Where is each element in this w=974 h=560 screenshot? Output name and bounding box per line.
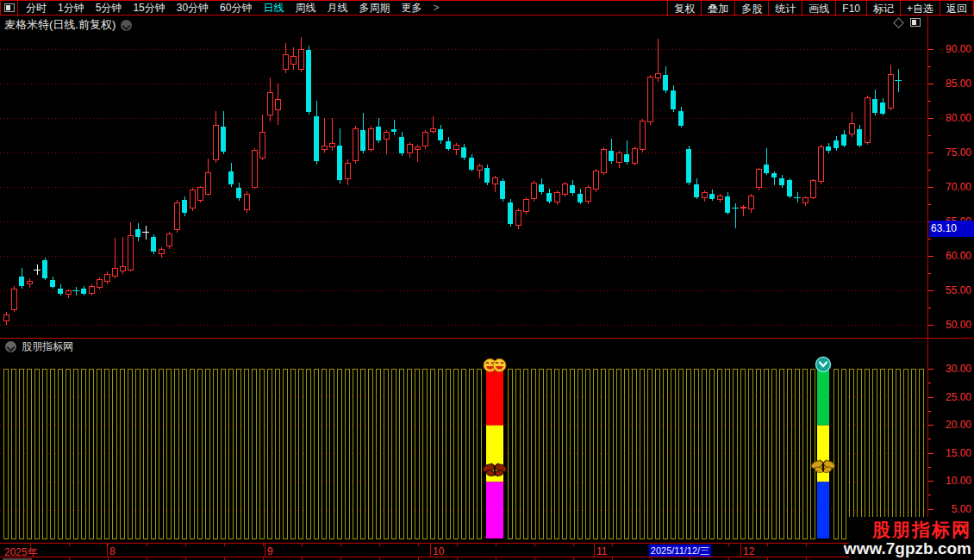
indicator-axis-label: 25.00 — [946, 392, 971, 402]
period-tab-月线[interactable]: 月线 — [327, 1, 347, 16]
toolbar-button-统计[interactable]: 统计 — [768, 1, 802, 16]
axis-tick — [928, 273, 931, 274]
toolbar-button-返回[interactable]: 返回 — [940, 1, 974, 16]
indicator-chart[interactable] — [0, 355, 927, 543]
minor-tick — [767, 544, 768, 546]
axis-tick — [928, 439, 931, 439]
indicator-panel-title: 股朋指标网 — [22, 339, 73, 354]
minor-tick — [302, 544, 303, 546]
time-axis-label: 9 — [267, 545, 273, 557]
period-tab-周线[interactable]: 周线 — [295, 1, 315, 16]
watermark-url: www.7gpzb.com — [844, 539, 971, 558]
indicator-axis-label: 15.00 — [946, 448, 971, 458]
price-axis-label: 90.00 — [946, 44, 971, 54]
axis-tick — [928, 383, 931, 383]
price-axis-label: 60.00 — [946, 251, 971, 261]
split-window-icon — [4, 3, 15, 12]
toolbar-button-叠加[interactable]: 叠加 — [701, 1, 734, 16]
indicator-axis-label: 5.00 — [952, 504, 971, 514]
axis-tick — [928, 411, 931, 412]
axis-tick — [928, 325, 933, 326]
toolbar-button-F10[interactable]: F10 — [835, 1, 866, 16]
period-tab-1分钟[interactable]: 1分钟 — [58, 1, 84, 16]
axis-tick — [928, 467, 931, 468]
month-divider — [430, 544, 431, 557]
title-row-icons — [895, 18, 921, 27]
price-axis-label: 50.00 — [946, 320, 971, 330]
axis-tick — [928, 239, 931, 240]
minor-tick — [418, 544, 419, 546]
watermark: 股朋指标网 www.7gpzb.com — [849, 517, 974, 560]
axis-tick — [928, 101, 931, 102]
axis-tick — [928, 135, 931, 136]
period-tab-分时[interactable]: 分时 — [26, 1, 47, 16]
more-arrow-icon[interactable]: > — [433, 2, 439, 14]
price-axis-label: 70.00 — [946, 182, 971, 192]
indicator-axis-label: 20.00 — [946, 420, 971, 430]
period-tab-日线[interactable]: 日线 — [263, 1, 284, 16]
chevron-down-icon[interactable] — [5, 341, 16, 352]
minor-tick — [573, 544, 574, 546]
period-tab-30分钟[interactable]: 30分钟 — [177, 1, 209, 16]
split-window-icon[interactable] — [910, 18, 921, 27]
main-chart-svg — [0, 34, 927, 338]
axis-tick — [928, 66, 931, 67]
axis-tick — [928, 49, 933, 50]
main-candlestick-chart[interactable] — [0, 34, 927, 338]
axis-tick — [928, 170, 931, 171]
indicator-panel-header[interactable]: 股朋指标网 — [0, 339, 73, 354]
diamond-icon[interactable] — [893, 17, 904, 28]
toolbar-button-标记[interactable]: 标记 — [866, 1, 900, 16]
toolbar-button-画线[interactable]: 画线 — [802, 1, 835, 16]
price-axis-label: 55.00 — [946, 285, 971, 296]
minor-tick — [612, 544, 613, 546]
minor-tick — [534, 544, 535, 546]
chevron-down-icon[interactable] — [121, 20, 132, 31]
minor-tick — [147, 544, 147, 546]
period-tab-5分钟[interactable]: 5分钟 — [96, 1, 122, 16]
minor-tick — [340, 544, 341, 546]
time-axis-label: 11 — [596, 545, 607, 557]
period-tab-更多[interactable]: 更多 — [401, 1, 421, 16]
time-axis-label: 10 — [433, 545, 444, 557]
price-axis-label: 85.00 — [946, 78, 971, 89]
panel-separator — [0, 338, 974, 339]
price-axis-label: 80.00 — [946, 113, 971, 123]
toolbar-button-多股[interactable]: 多股 — [734, 1, 768, 16]
price-axis-label: 75.00 — [946, 147, 971, 158]
axis-tick — [928, 397, 933, 398]
minor-tick — [69, 544, 70, 546]
month-divider — [740, 544, 741, 557]
indicator-svg — [0, 355, 927, 543]
teal-chevron-icon — [816, 358, 831, 372]
axis-tick — [928, 256, 933, 257]
chart-title-row[interactable]: 麦格米特(日线.前复权) — [0, 16, 927, 34]
minor-tick — [379, 544, 380, 546]
minor-tick — [30, 544, 31, 546]
indicator-axis-label: 30.00 — [946, 364, 971, 374]
period-tab-15分钟[interactable]: 15分钟 — [133, 1, 165, 16]
selected-date-badge: 2025/11/12/三 — [649, 544, 711, 557]
period-tab-多周期[interactable]: 多周期 — [359, 1, 390, 16]
toolbar-button-复权[interactable]: 复权 — [667, 1, 701, 16]
toolbar-actions: 复权叠加多股统计画线F10标记+自选返回 — [667, 1, 974, 16]
axis-tick — [928, 152, 933, 153]
watermark-site-name: 股朋指标网 — [872, 520, 971, 539]
minor-tick — [806, 544, 807, 546]
toolbar-button-+自选[interactable]: +自选 — [900, 1, 940, 16]
axis-tick — [928, 509, 933, 510]
axis-tick — [928, 308, 931, 308]
period-tab-60分钟[interactable]: 60分钟 — [220, 1, 252, 16]
axis-tick — [928, 425, 933, 426]
axis-tick — [928, 369, 933, 370]
period-toolbar: 分时1分钟5分钟15分钟30分钟60分钟日线周线月线多周期更多> 复权叠加多股统… — [0, 0, 974, 16]
price-axis: 90.0085.0080.0075.0070.0065.0060.0055.00… — [927, 16, 974, 560]
double-smiley-icon — [484, 359, 506, 372]
indicator-axis-label: 10.00 — [946, 476, 971, 486]
minor-tick — [457, 544, 458, 546]
chart-title: 麦格米特(日线.前复权) — [0, 17, 116, 33]
time-axis-label: 12 — [743, 545, 754, 557]
window-layout-button[interactable] — [0, 1, 18, 15]
axis-tick — [928, 481, 933, 482]
minor-tick — [224, 544, 225, 546]
